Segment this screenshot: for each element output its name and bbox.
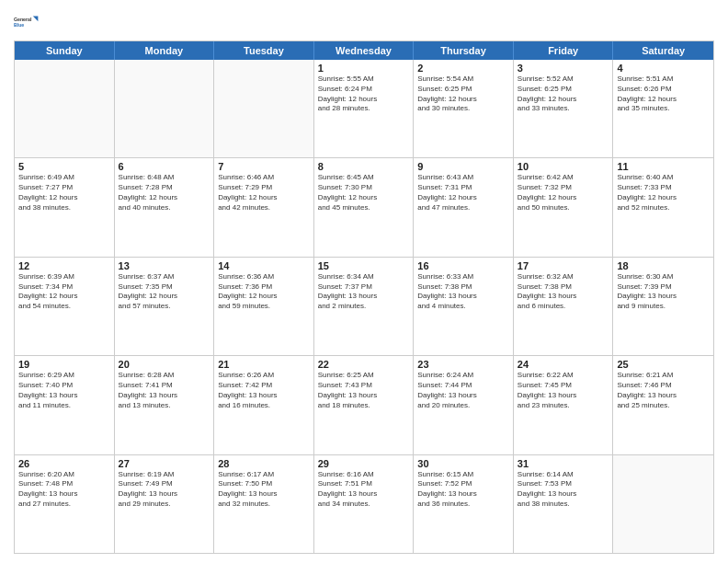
day-number: 10 [518, 161, 609, 172]
header-day-monday: Monday [115, 41, 215, 60]
day-number: 12 [18, 260, 110, 271]
day-number: 7 [218, 161, 310, 172]
day-cell-25: 25Sunrise: 6:21 AM Sunset: 7:46 PM Dayli… [613, 356, 713, 454]
cell-info: Sunrise: 6:34 AM Sunset: 7:37 PM Dayligh… [318, 272, 410, 312]
week-row-2: 12Sunrise: 6:39 AM Sunset: 7:34 PM Dayli… [15, 257, 713, 355]
calendar-header: SundayMondayTuesdayWednesdayThursdayFrid… [15, 41, 713, 60]
header-day-tuesday: Tuesday [214, 41, 314, 60]
cell-info: Sunrise: 6:26 AM Sunset: 7:42 PM Dayligh… [218, 371, 310, 410]
svg-marker-2 [33, 17, 39, 22]
cell-info: Sunrise: 6:40 AM Sunset: 7:33 PM Dayligh… [617, 173, 710, 213]
cell-info: Sunrise: 6:49 AM Sunset: 7:27 PM Dayligh… [18, 173, 110, 213]
day-number: 14 [218, 260, 310, 271]
day-cell-18: 18Sunrise: 6:30 AM Sunset: 7:39 PM Dayli… [613, 258, 713, 355]
cell-info: Sunrise: 6:25 AM Sunset: 7:43 PM Dayligh… [318, 371, 410, 410]
day-cell-5: 5Sunrise: 6:49 AM Sunset: 7:27 PM Daylig… [15, 158, 115, 256]
logo-icon: GeneralBlue [14, 9, 40, 35]
day-cell-3: 3Sunrise: 5:52 AM Sunset: 6:25 PM Daylig… [514, 60, 614, 157]
day-cell-21: 21Sunrise: 6:26 AM Sunset: 7:42 PM Dayli… [214, 356, 314, 454]
day-cell-22: 22Sunrise: 6:25 AM Sunset: 7:43 PM Dayli… [314, 356, 415, 454]
cell-info: Sunrise: 5:54 AM Sunset: 6:25 PM Dayligh… [417, 75, 509, 114]
day-cell-16: 16Sunrise: 6:33 AM Sunset: 7:38 PM Dayli… [414, 258, 514, 355]
day-cell-9: 9Sunrise: 6:43 AM Sunset: 7:31 PM Daylig… [414, 158, 514, 256]
cell-info: Sunrise: 5:51 AM Sunset: 6:26 PM Dayligh… [617, 75, 710, 114]
day-cell-31: 31Sunrise: 6:14 AM Sunset: 7:53 PM Dayli… [514, 455, 614, 553]
cell-info: Sunrise: 6:29 AM Sunset: 7:40 PM Dayligh… [18, 371, 110, 410]
cell-info: Sunrise: 6:45 AM Sunset: 7:30 PM Dayligh… [318, 173, 410, 213]
day-cell-7: 7Sunrise: 6:46 AM Sunset: 7:29 PM Daylig… [214, 158, 314, 256]
calendar-body: 1Sunrise: 5:55 AM Sunset: 6:24 PM Daylig… [15, 60, 713, 553]
day-number: 20 [119, 359, 210, 370]
day-number: 8 [318, 161, 410, 172]
day-cell-30: 30Sunrise: 6:15 AM Sunset: 7:52 PM Dayli… [414, 455, 514, 553]
day-cell-6: 6Sunrise: 6:48 AM Sunset: 7:28 PM Daylig… [115, 158, 215, 256]
day-number: 6 [119, 161, 210, 172]
cell-info: Sunrise: 6:28 AM Sunset: 7:41 PM Dayligh… [119, 371, 210, 410]
day-cell-20: 20Sunrise: 6:28 AM Sunset: 7:41 PM Dayli… [115, 356, 215, 454]
empty-cell [115, 60, 215, 157]
header-day-saturday: Saturday [613, 41, 713, 60]
week-row-4: 26Sunrise: 6:20 AM Sunset: 7:48 PM Dayli… [15, 454, 713, 553]
header-day-friday: Friday [514, 41, 614, 60]
cell-info: Sunrise: 6:36 AM Sunset: 7:36 PM Dayligh… [218, 272, 310, 312]
day-number: 22 [318, 359, 410, 370]
day-number: 31 [518, 458, 609, 469]
calendar: SundayMondayTuesdayWednesdayThursdayFrid… [14, 40, 714, 554]
day-cell-23: 23Sunrise: 6:24 AM Sunset: 7:44 PM Dayli… [414, 356, 514, 454]
cell-info: Sunrise: 6:24 AM Sunset: 7:44 PM Dayligh… [417, 371, 509, 410]
day-number: 27 [119, 458, 210, 469]
day-number: 9 [417, 161, 509, 172]
day-cell-10: 10Sunrise: 6:42 AM Sunset: 7:32 PM Dayli… [514, 158, 614, 256]
page: GeneralBlue SundayMondayTuesdayWednesday… [0, 0, 728, 563]
cell-info: Sunrise: 6:19 AM Sunset: 7:49 PM Dayligh… [119, 470, 210, 510]
empty-cell [613, 455, 713, 553]
cell-info: Sunrise: 6:21 AM Sunset: 7:46 PM Dayligh… [617, 371, 710, 410]
day-cell-28: 28Sunrise: 6:17 AM Sunset: 7:50 PM Dayli… [214, 455, 314, 553]
cell-info: Sunrise: 6:43 AM Sunset: 7:31 PM Dayligh… [417, 173, 509, 213]
day-number: 30 [417, 458, 509, 469]
day-cell-19: 19Sunrise: 6:29 AM Sunset: 7:40 PM Dayli… [15, 356, 115, 454]
cell-info: Sunrise: 6:17 AM Sunset: 7:50 PM Dayligh… [218, 470, 310, 510]
day-cell-17: 17Sunrise: 6:32 AM Sunset: 7:38 PM Dayli… [514, 258, 614, 355]
day-number: 4 [617, 63, 710, 74]
day-cell-11: 11Sunrise: 6:40 AM Sunset: 7:33 PM Dayli… [613, 158, 713, 256]
day-number: 13 [119, 260, 210, 271]
day-number: 15 [318, 260, 410, 271]
header: GeneralBlue [14, 9, 714, 35]
cell-info: Sunrise: 6:14 AM Sunset: 7:53 PM Dayligh… [518, 470, 609, 510]
cell-info: Sunrise: 5:52 AM Sunset: 6:25 PM Dayligh… [518, 75, 609, 114]
day-number: 24 [518, 359, 609, 370]
day-number: 26 [18, 458, 110, 469]
day-cell-15: 15Sunrise: 6:34 AM Sunset: 7:37 PM Dayli… [314, 258, 415, 355]
day-cell-29: 29Sunrise: 6:16 AM Sunset: 7:51 PM Dayli… [314, 455, 415, 553]
day-number: 19 [18, 359, 110, 370]
header-day-thursday: Thursday [414, 41, 514, 60]
day-number: 29 [318, 458, 410, 469]
day-cell-1: 1Sunrise: 5:55 AM Sunset: 6:24 PM Daylig… [314, 60, 415, 157]
empty-cell [15, 60, 115, 157]
day-cell-27: 27Sunrise: 6:19 AM Sunset: 7:49 PM Dayli… [115, 455, 215, 553]
day-number: 16 [417, 260, 509, 271]
day-cell-12: 12Sunrise: 6:39 AM Sunset: 7:34 PM Dayli… [15, 258, 115, 355]
day-number: 11 [617, 161, 710, 172]
day-number: 1 [318, 63, 410, 74]
day-number: 23 [417, 359, 509, 370]
day-cell-4: 4Sunrise: 5:51 AM Sunset: 6:26 PM Daylig… [613, 60, 713, 157]
day-number: 28 [218, 458, 310, 469]
cell-info: Sunrise: 6:42 AM Sunset: 7:32 PM Dayligh… [518, 173, 609, 213]
cell-info: Sunrise: 5:55 AM Sunset: 6:24 PM Dayligh… [318, 75, 410, 114]
cell-info: Sunrise: 6:46 AM Sunset: 7:29 PM Dayligh… [218, 173, 310, 213]
cell-info: Sunrise: 6:22 AM Sunset: 7:45 PM Dayligh… [518, 371, 609, 410]
day-number: 17 [518, 260, 609, 271]
cell-info: Sunrise: 6:32 AM Sunset: 7:38 PM Dayligh… [518, 272, 609, 312]
svg-text:Blue: Blue [14, 22, 24, 28]
week-row-3: 19Sunrise: 6:29 AM Sunset: 7:40 PM Dayli… [15, 355, 713, 454]
cell-info: Sunrise: 6:30 AM Sunset: 7:39 PM Dayligh… [617, 272, 710, 312]
day-cell-26: 26Sunrise: 6:20 AM Sunset: 7:48 PM Dayli… [15, 455, 115, 553]
day-number: 3 [518, 63, 609, 74]
cell-info: Sunrise: 6:33 AM Sunset: 7:38 PM Dayligh… [417, 272, 509, 312]
empty-cell [214, 60, 314, 157]
day-cell-14: 14Sunrise: 6:36 AM Sunset: 7:36 PM Dayli… [214, 258, 314, 355]
day-number: 25 [617, 359, 710, 370]
cell-info: Sunrise: 6:15 AM Sunset: 7:52 PM Dayligh… [417, 470, 509, 510]
